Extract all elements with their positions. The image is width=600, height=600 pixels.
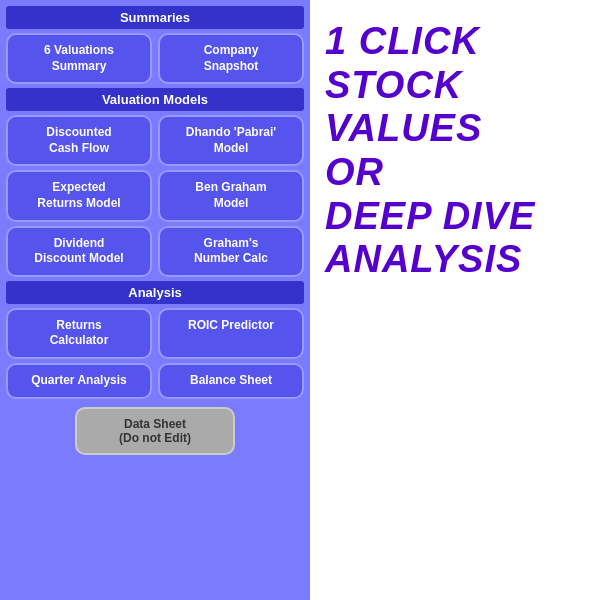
expected-returns-model-button[interactable]: ExpectedReturns Model [6, 170, 152, 221]
valuation-models-section: Valuation Models DiscountedCash Flow Dha… [6, 88, 304, 277]
data-sheet-button[interactable]: Data Sheet(Do not Edit) [75, 407, 235, 455]
roic-predictor-button[interactable]: ROIC Predictor [158, 308, 304, 359]
valuation-models-row-1: DiscountedCash Flow Dhando 'Pabrai'Model [6, 115, 304, 166]
valuation-models-row-3: DividendDiscount Model Graham'sNumber Ca… [6, 226, 304, 277]
analysis-header: Analysis [6, 281, 304, 304]
company-snapshot-button[interactable]: CompanySnapshot [158, 33, 304, 84]
tagline: 1 CLICKSTOCKVALUESORDEEP DIVEANALYSIS [325, 20, 535, 282]
analysis-row-2: Quarter Analysis Balance Sheet [6, 363, 304, 399]
analysis-section: Analysis ReturnsCalculator ROIC Predicto… [6, 281, 304, 399]
balance-sheet-button[interactable]: Balance Sheet [158, 363, 304, 399]
summaries-header: Summaries [6, 6, 304, 29]
discounted-cash-flow-button[interactable]: DiscountedCash Flow [6, 115, 152, 166]
ben-graham-model-button[interactable]: Ben GrahamModel [158, 170, 304, 221]
analysis-row-1: ReturnsCalculator ROIC Predictor [6, 308, 304, 359]
quarter-analysis-button[interactable]: Quarter Analysis [6, 363, 152, 399]
summaries-row-1: 6 ValuationsSummary CompanySnapshot [6, 33, 304, 84]
valuations-summary-button[interactable]: 6 ValuationsSummary [6, 33, 152, 84]
valuation-models-header: Valuation Models [6, 88, 304, 111]
summaries-section: Summaries 6 ValuationsSummary CompanySna… [6, 6, 304, 84]
right-panel: 1 CLICKSTOCKVALUESORDEEP DIVEANALYSIS [310, 0, 600, 600]
valuation-models-row-2: ExpectedReturns Model Ben GrahamModel [6, 170, 304, 221]
dividend-discount-model-button[interactable]: DividendDiscount Model [6, 226, 152, 277]
returns-calculator-button[interactable]: ReturnsCalculator [6, 308, 152, 359]
left-panel: Summaries 6 ValuationsSummary CompanySna… [0, 0, 310, 600]
grahams-number-calc-button[interactable]: Graham'sNumber Calc [158, 226, 304, 277]
dhando-pabrai-model-button[interactable]: Dhando 'Pabrai'Model [158, 115, 304, 166]
